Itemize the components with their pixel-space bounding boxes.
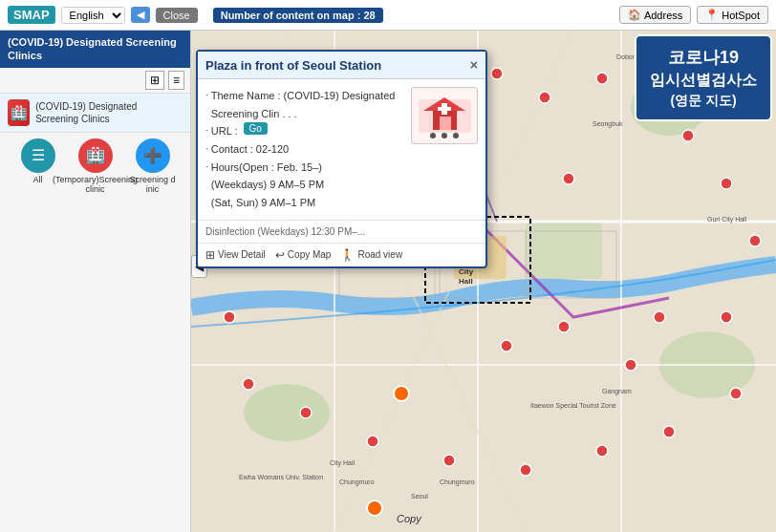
svg-text:Guri City Hall: Guri City Hall	[707, 216, 747, 223]
svg-text:Chungmuro: Chungmuro	[440, 479, 475, 486]
svg-point-59	[558, 321, 570, 332]
app-logo: SMAP	[8, 6, 55, 24]
svg-point-51	[243, 378, 254, 390]
svg-point-52	[224, 311, 235, 323]
svg-point-44	[730, 388, 742, 399]
korean-title-line1: 코로나19	[650, 46, 757, 70]
view-detail-button[interactable]: ⊞ View Detail	[205, 248, 266, 262]
svg-point-72	[453, 133, 459, 138]
category-screening[interactable]: ➕ Screening d inic	[126, 138, 180, 194]
map-area[interactable]: Seoul City Hall Goyang City Hall Dobong …	[191, 31, 776, 532]
contact-text: Contact : 02-120	[211, 140, 289, 159]
svg-point-71	[442, 133, 447, 138]
svg-point-37	[539, 92, 550, 103]
all-icon: ☰	[21, 138, 55, 173]
screen-icon: ➕	[136, 138, 170, 173]
sidebar-title: (COVID-19) Designated Screening Clinics	[0, 31, 190, 68]
svg-point-58	[625, 359, 636, 371]
language-selector[interactable]: English 한국어	[61, 7, 125, 24]
popup-close-button[interactable]: ×	[470, 57, 478, 73]
svg-point-42	[749, 235, 761, 246]
svg-point-46	[596, 445, 608, 457]
road-view-icon: 🚶	[340, 248, 355, 262]
hours-text: Hours(Open : Feb. 15–) (Weekdays) 9 AM–5…	[211, 159, 324, 212]
place-list-item[interactable]: 🏥 (COVID-19) Designated Screening Clinic…	[0, 94, 190, 133]
svg-text:Chungmuro: Chungmuro	[339, 479, 375, 486]
svg-text:City Hall: City Hall	[330, 459, 356, 467]
svg-point-40	[682, 130, 694, 141]
view-detail-icon: ⊞	[205, 248, 215, 262]
svg-point-56	[563, 173, 574, 184]
screen-label: Screening d inic	[126, 175, 180, 194]
extra-info: Disinfection (Weekdays) 12:30 PM–...	[205, 226, 365, 237]
hours-row: ∙ Hours(Open : Feb. 15–) (Weekdays) 9 AM…	[205, 159, 405, 212]
svg-point-48	[443, 455, 455, 466]
copy-label: Copy	[397, 513, 421, 524]
popup-actions: ⊞ View Detail ↩ Copy Map 🚶 Road view	[198, 243, 485, 266]
svg-rect-69	[438, 107, 451, 111]
svg-point-36	[491, 68, 503, 79]
category-temporary[interactable]: 🏥 (Temporary)Screening clinic	[69, 138, 122, 194]
list-view-button[interactable]: ≡	[168, 71, 184, 90]
korean-title-line3: (영문 지도)	[650, 92, 757, 111]
svg-text:Seoul: Seoul	[411, 493, 428, 500]
temp-icon: 🏥	[78, 138, 113, 173]
svg-text:Hall: Hall	[459, 277, 473, 286]
all-label: All	[32, 175, 42, 184]
url-go-button[interactable]: Go	[244, 122, 268, 135]
popup-title: Plaza in front of Seoul Station	[205, 58, 381, 73]
content-count-label: Number of content on map : 28	[213, 8, 383, 23]
svg-text:Gangnam: Gangnam	[602, 388, 632, 395]
svg-text:Seongbuk: Seongbuk	[593, 120, 623, 128]
theme-text: Theme Name : (COVID-19) Designated Scree…	[211, 87, 405, 122]
svg-point-38	[596, 73, 608, 84]
copy-map-icon: ↩	[275, 248, 285, 262]
nav-button[interactable]: ◀	[131, 7, 150, 23]
url-bullet: ∙	[205, 122, 208, 138]
svg-point-62	[367, 500, 382, 516]
svg-point-50	[300, 407, 312, 418]
svg-rect-3	[526, 222, 602, 279]
contact-bullet: ∙	[205, 140, 208, 157]
theme-row: ∙ Theme Name : (COVID-19) Designated Scr…	[205, 87, 405, 122]
svg-point-47	[520, 464, 531, 476]
popup-body: ∙ Theme Name : (COVID-19) Designated Scr…	[198, 79, 485, 220]
popup-footer: Disinfection (Weekdays) 12:30 PM–...	[198, 220, 485, 243]
svg-point-60	[501, 340, 512, 351]
svg-text:Ewha Womans Univ. Station: Ewha Womans Univ. Station	[239, 474, 323, 480]
address-tab[interactable]: 🏠 Address	[619, 6, 691, 24]
svg-point-41	[721, 178, 732, 189]
close-button[interactable]: Close	[156, 8, 198, 23]
popup-info: ∙ Theme Name : (COVID-19) Designated Scr…	[205, 87, 405, 212]
popup-header: Plaza in front of Seoul Station ×	[198, 52, 485, 79]
sidebar: (COVID-19) Designated Screening Clinics …	[0, 31, 191, 532]
svg-text:Itaewon Special Tourist Zone: Itaewon Special Tourist Zone	[530, 402, 616, 410]
view-detail-label: View Detail	[218, 249, 266, 260]
svg-point-49	[367, 436, 378, 447]
svg-point-70	[430, 133, 436, 138]
theme-label: Theme Name :	[211, 90, 281, 101]
copy-map-label: Copy Map	[288, 249, 332, 260]
korean-title-line2: 임시선별검사소	[650, 70, 757, 91]
svg-point-57	[654, 311, 665, 323]
hours-bullet: ∙	[205, 159, 208, 175]
view-toggle-bar: ⊞ ≡	[0, 68, 190, 94]
svg-point-45	[663, 426, 675, 437]
location-icon: 📍	[705, 9, 719, 21]
svg-point-5	[244, 384, 330, 441]
popup-card: Plaza in front of Seoul Station × ∙ Them…	[196, 50, 487, 268]
place-icon: 🏥	[8, 99, 30, 126]
home-icon: 🏠	[628, 9, 641, 21]
svg-text:City: City	[459, 267, 474, 276]
contact-row: ∙ Contact : 02-120	[205, 140, 405, 159]
svg-rect-67	[440, 117, 451, 130]
popup-thumbnail	[411, 87, 478, 144]
road-view-label: Road view	[357, 249, 402, 260]
svg-point-61	[394, 386, 409, 401]
hotspot-tab[interactable]: 📍 HotSpot	[697, 6, 768, 24]
copy-map-button[interactable]: ↩ Copy Map	[275, 248, 332, 262]
road-view-button[interactable]: 🚶 Road view	[340, 248, 402, 262]
category-grid: ☰ All 🏥 (Temporary)Screening clinic ➕ Sc…	[0, 133, 190, 200]
grid-view-button[interactable]: ⊞	[145, 71, 164, 90]
theme-bullet: ∙	[205, 87, 208, 103]
